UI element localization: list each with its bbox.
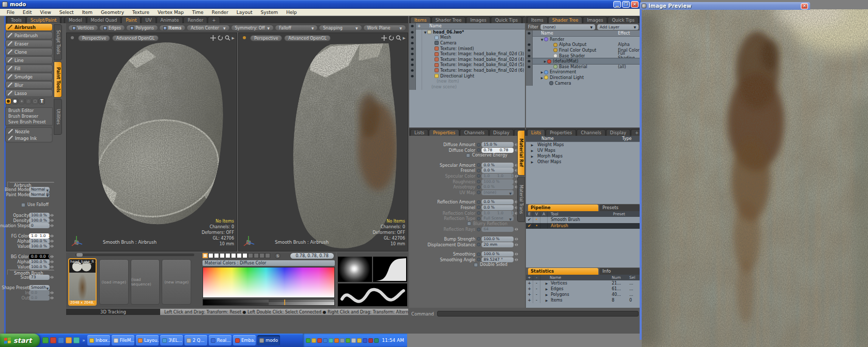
expand-arrow-icon[interactable]: ▶ bbox=[545, 287, 549, 291]
visibility-eye-icon[interactable] bbox=[409, 84, 416, 90]
channel-toggle-icon[interactable] bbox=[477, 253, 481, 256]
visibility-eye-icon[interactable] bbox=[409, 46, 416, 52]
property-field[interactable]: 0.0 0.0 0.0 bbox=[29, 254, 50, 259]
image-slot-button[interactable]: (load sequence) bbox=[131, 259, 160, 305]
toolbox-side-tab[interactable]: Sculpt Tools bbox=[54, 24, 62, 60]
visibility-eye-icon[interactable] bbox=[526, 70, 533, 75]
item-row[interactable]: Texture: Image: head_bake_final_02d (3) bbox=[409, 51, 525, 57]
item-row[interactable]: (new scene) bbox=[409, 84, 525, 90]
task-button[interactable]: FileM... bbox=[112, 335, 134, 345]
shader-row[interactable]: ▼ Render bbox=[526, 37, 641, 42]
item-row[interactable]: Camera bbox=[409, 40, 525, 46]
property-field[interactable]: 100.0 % bbox=[29, 264, 50, 270]
shader-row[interactable]: ▶ (defaultMat) bbox=[526, 58, 641, 64]
channel-toggle-icon[interactable] bbox=[477, 148, 481, 152]
panel-tab[interactable]: Items bbox=[410, 17, 431, 23]
channel-toggle-icon[interactable] bbox=[477, 217, 481, 220]
color-swatch[interactable] bbox=[259, 253, 265, 258]
stepper-icon[interactable] bbox=[50, 265, 54, 269]
saturation-button[interactable]: S bbox=[275, 253, 281, 259]
menu-item[interactable]: Render bbox=[208, 9, 232, 15]
tray-icon[interactable] bbox=[312, 338, 316, 343]
type-column-header[interactable]: Type bbox=[622, 136, 631, 141]
panel-tab[interactable]: Images bbox=[583, 17, 607, 23]
quick-launch-icon[interactable] bbox=[50, 337, 56, 343]
panel-tab[interactable]: Display bbox=[489, 129, 514, 136]
viewport-type-pill[interactable]: Perspective bbox=[78, 35, 110, 41]
command-input[interactable] bbox=[437, 311, 639, 317]
panel-tab[interactable]: Lists bbox=[527, 129, 545, 136]
color-swatch[interactable] bbox=[248, 253, 253, 258]
layout-tab[interactable]: + bbox=[208, 17, 220, 23]
channel-toggle-icon[interactable] bbox=[477, 191, 481, 194]
list-item[interactable]: ▶ UV Maps bbox=[526, 148, 641, 153]
property-field[interactable]: 100.0 % bbox=[29, 259, 50, 264]
tray-icon[interactable] bbox=[363, 338, 367, 343]
layout-tab[interactable]: Model Quad bbox=[87, 17, 121, 23]
tool-button[interactable]: Nozzle bbox=[6, 128, 52, 135]
stepper-icon[interactable] bbox=[50, 260, 54, 263]
quick-launch-icon[interactable] bbox=[66, 337, 72, 343]
pipeline-row[interactable]: ✔ • Smooth Brush bbox=[526, 217, 641, 223]
visibility-eye-icon[interactable] bbox=[526, 81, 533, 86]
expand-arrow-icon[interactable]: ▶ bbox=[540, 76, 544, 80]
toolbar-dropdown[interactable]: Action Center▼ bbox=[187, 25, 229, 31]
stepper-icon[interactable] bbox=[50, 219, 54, 222]
visibility-eye-icon[interactable] bbox=[409, 68, 416, 73]
expand-plus-icon[interactable]: + bbox=[526, 280, 533, 286]
selection-mode-button[interactable]: Vertices bbox=[68, 25, 98, 31]
visibility-eye-icon[interactable] bbox=[526, 64, 533, 70]
menu-item[interactable]: Vertex Map bbox=[154, 9, 188, 15]
toolbox-side-tab[interactable]: Paint Tools bbox=[54, 61, 62, 98]
preset-scrollbar[interactable] bbox=[75, 254, 194, 256]
visibility-eye-icon[interactable] bbox=[409, 62, 416, 68]
item-row[interactable]: Texture: Image: head_bake_final_02d (4) bbox=[409, 57, 525, 62]
expand-arrow-icon[interactable]: ▶ bbox=[530, 149, 534, 152]
expand-arrow-icon[interactable]: ▶ bbox=[540, 70, 544, 74]
filter-dropdown[interactable]: (none)▼ bbox=[540, 24, 595, 30]
expand-arrow-icon[interactable]: ▶ bbox=[530, 143, 534, 147]
channel-toggle-icon[interactable] bbox=[477, 237, 481, 241]
property-field[interactable]: 0.0 % bbox=[482, 163, 514, 168]
color-swatch[interactable] bbox=[254, 253, 259, 258]
quick-launch-icon[interactable] bbox=[73, 337, 80, 343]
property-field[interactable]: 1.0 1.0 1.0 bbox=[29, 233, 50, 239]
statistics-row[interactable]: + - ▶ Items 8 0 bbox=[526, 297, 641, 303]
color-gradient[interactable] bbox=[203, 267, 335, 298]
tray-icon[interactable] bbox=[323, 338, 328, 343]
modo-titlebar[interactable]: modo ▁ ❐ ✕ bbox=[0, 0, 641, 9]
stepper-icon[interactable] bbox=[50, 245, 54, 248]
picker-mode-header[interactable]: Material Colors : Diffuse Color bbox=[203, 260, 335, 266]
property-field[interactable]: 64 bbox=[482, 227, 514, 232]
list-item[interactable]: ▶ Other Maps bbox=[526, 159, 641, 165]
brush-tip-text[interactable]: T bbox=[39, 98, 45, 104]
task-button[interactable]: Emba... bbox=[233, 335, 256, 345]
preview-titlebar[interactable]: Image Preview ✕ bbox=[640, 2, 810, 10]
list-item[interactable]: ▶ Morph Maps bbox=[526, 153, 641, 159]
statistics-row[interactable]: + - ▶ Edges 61... ... bbox=[526, 286, 641, 292]
image-slot-button[interactable]: (load image) bbox=[99, 259, 129, 305]
viewport-left[interactable]: Perspective Advanced OpenGL ▶ Smooth Bru… bbox=[66, 33, 237, 251]
checkbox[interactable]: Double Sided bbox=[474, 262, 507, 267]
stepper-icon[interactable] bbox=[50, 240, 54, 243]
tray-icon[interactable] bbox=[346, 338, 350, 343]
panel-tab[interactable]: Images bbox=[466, 17, 490, 23]
visibility-dot-icon[interactable]: • bbox=[533, 217, 540, 223]
expand-arrow-icon[interactable]: ▶ bbox=[545, 298, 549, 302]
brush-tip-star-icon[interactable]: ☆ bbox=[25, 98, 32, 104]
expand-arrow-icon[interactable]: ▶ bbox=[545, 293, 549, 296]
stepper-icon[interactable] bbox=[515, 253, 518, 256]
expand-plus-icon[interactable]: + bbox=[526, 297, 533, 303]
viewport-menu-icon[interactable] bbox=[243, 36, 246, 39]
tray-icon[interactable] bbox=[317, 338, 322, 343]
brush-action-button[interactable]: Brush Browser bbox=[5, 114, 53, 119]
toolbox-side-tab[interactable]: Utilities bbox=[54, 99, 62, 135]
panel-tab[interactable]: Quick Tips bbox=[608, 17, 639, 23]
tool-button[interactable]: Blur bbox=[5, 81, 53, 89]
statistics-row[interactable]: + - ▶ Vertices 21... ... bbox=[526, 280, 641, 286]
channel-toggle-icon[interactable] bbox=[477, 228, 481, 231]
color-swatch[interactable] bbox=[225, 253, 230, 258]
channel-toggle-icon[interactable] bbox=[477, 185, 481, 189]
pipeline-row[interactable]: ✔ • Airbrush bbox=[526, 223, 641, 229]
visibility-eye-icon[interactable] bbox=[409, 35, 416, 41]
